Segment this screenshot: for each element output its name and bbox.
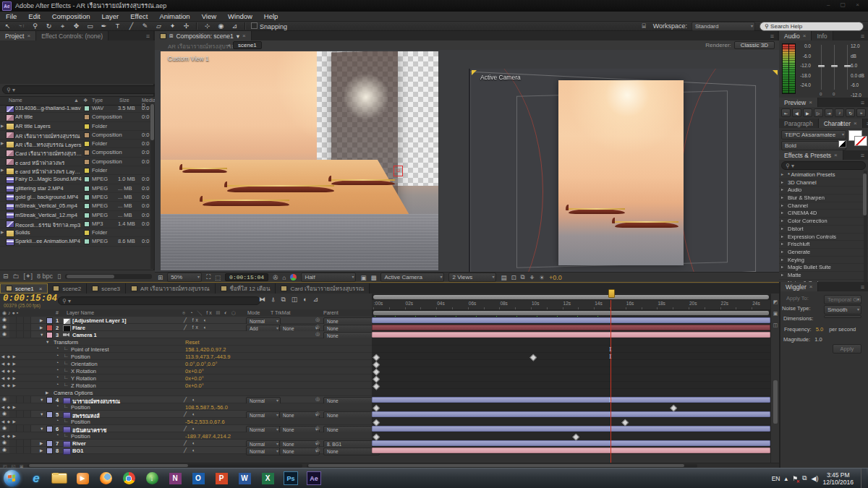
- project-bit-depth[interactable]: 8 bpc: [37, 273, 53, 280]
- effects-category[interactable]: CINEMA 4D: [779, 210, 868, 218]
- audio-toggle-cell[interactable]: [9, 425, 17, 432]
- layer-name[interactable]: Position: [71, 354, 90, 360]
- play-button[interactable]: ▶: [803, 108, 812, 117]
- window-controls[interactable]: – ▢ ×: [827, 1, 864, 8]
- audio-toggle-cell[interactable]: [9, 317, 17, 323]
- project-scrollbar-thumb[interactable]: [150, 104, 154, 140]
- eye-icon[interactable]: [2, 411, 7, 416]
- pickwhip-icon[interactable]: [315, 317, 320, 322]
- timeline-tab[interactable]: scene1: [0, 283, 48, 294]
- view-layout-dropdown[interactable]: 2 Views: [448, 273, 496, 282]
- twirl-icon[interactable]: ▶: [1, 168, 4, 172]
- unified-camera-tool[interactable]: ⌖: [58, 22, 67, 30]
- title-bar[interactable]: Ae Adobe After Effects - AR เรือนารายณ์ท…: [0, 0, 868, 12]
- graph-editor-icon[interactable]: ⊿: [313, 296, 319, 304]
- brush-tool[interactable]: ╱: [127, 22, 136, 30]
- layer-name[interactable]: Y Rotation: [71, 375, 96, 382]
- twirl-icon[interactable]: ▶: [46, 390, 48, 395]
- graph-toggle-icon[interactable]: [64, 353, 69, 358]
- flowchart-icon[interactable]: ⚘: [529, 274, 535, 281]
- twirl-icon[interactable]: ▼: [40, 412, 43, 416]
- fast-preview-icon[interactable]: ⊡: [511, 274, 516, 281]
- time-navigator[interactable]: [372, 294, 770, 300]
- twirl-icon[interactable]: ▶: [1, 124, 4, 128]
- language-indicator[interactable]: EN: [772, 475, 780, 482]
- workspace-icon[interactable]: ⌸: [639, 22, 649, 30]
- taskbar-app[interactable]: e: [25, 470, 47, 487]
- effects-category[interactable]: Blur & Sharpen: [779, 194, 868, 202]
- project-hscrollbar[interactable]: [65, 274, 152, 279]
- timeline-tab[interactable]: scene2: [48, 283, 87, 294]
- menu-item[interactable]: File: [6, 12, 17, 20]
- layer-color-chip[interactable]: [46, 317, 53, 324]
- solo-toggle-cell[interactable]: [17, 425, 24, 432]
- effects-category[interactable]: Audio: [779, 187, 868, 194]
- layer-color-chip[interactable]: [46, 332, 53, 338]
- layer-duration-bar[interactable]: [372, 426, 770, 432]
- timeline-row[interactable]: ◀ ◆ ▶ Y Rotation 0x+0.0°: [0, 374, 770, 382]
- effects-category[interactable]: * Animation Presets: [779, 171, 868, 179]
- eye-icon[interactable]: [2, 317, 7, 322]
- timeline-search-input[interactable]: ⚲ ▾: [58, 296, 260, 305]
- menu-item[interactable]: Composition: [52, 12, 90, 20]
- eraser-tool[interactable]: ▱: [154, 22, 163, 30]
- audio-toggle-cell[interactable]: [9, 396, 17, 403]
- layer-duration-track[interactable]: [372, 374, 770, 382]
- snapping-checkbox[interactable]: Snapping: [251, 22, 287, 30]
- hide-shy-icon[interactable]: ⧉: [281, 296, 285, 304]
- layer-duration-track[interactable]: [372, 382, 770, 389]
- property-value[interactable]: 0x+0.0°: [185, 368, 204, 374]
- layer-duration-track[interactable]: [372, 317, 770, 324]
- layer-name[interactable]: Point of Interest: [71, 346, 109, 353]
- layer-duration-bar[interactable]: [372, 317, 770, 323]
- type-tool[interactable]: T: [113, 22, 122, 30]
- taskbar-app[interactable]: O: [187, 470, 209, 487]
- lock-toggle-cell[interactable]: [24, 447, 31, 453]
- layer-name[interactable]: [Adjustment Layer 1]: [72, 317, 127, 324]
- timeline-row[interactable]: Point of Interest 158.1,420.0,97.2 I: [0, 346, 770, 353]
- taskbar-app[interactable]: Ae: [303, 470, 325, 487]
- taskbar-app[interactable]: W: [234, 470, 255, 487]
- audio-toggle-cell[interactable]: [9, 447, 17, 453]
- loop-button[interactable]: ↻: [846, 108, 855, 117]
- keyframe-navigator[interactable]: ◀ ◆ ▶: [1, 405, 17, 409]
- layer-switches[interactable]: ╱ fx ◐: [184, 317, 209, 323]
- roto-brush-tool[interactable]: ✦: [168, 22, 177, 30]
- pickwhip-icon[interactable]: [315, 396, 320, 402]
- world-axis-mode[interactable]: ◉: [216, 22, 226, 30]
- frequency-value[interactable]: 5.0: [816, 326, 823, 333]
- tab-info[interactable]: Info: [812, 31, 833, 40]
- zoom-tool[interactable]: ⚲: [30, 22, 40, 30]
- pickwhip-icon[interactable]: [315, 425, 320, 431]
- timeline-row[interactable]: ▼ 6 อนันตนาคราช ╱ ◐ Normal None None: [0, 425, 770, 432]
- project-item-row[interactable]: 0314036...g-thailand-1.wav WAV 3.5 MB 0:…: [0, 104, 151, 113]
- timeline-row[interactable]: ▼ Transform Reset: [0, 338, 770, 346]
- timeline-left-hscrollbar[interactable]: [27, 464, 302, 468]
- layer-name[interactable]: Position: [71, 404, 90, 411]
- workspace-dropdown[interactable]: Standard: [692, 22, 755, 31]
- menu-item[interactable]: Edit: [28, 12, 40, 20]
- twirl-icon[interactable]: ▶: [40, 325, 43, 330]
- twirl-icon[interactable]: ▼: [40, 333, 43, 337]
- layer-duration-track[interactable]: [372, 418, 770, 425]
- snapshot-icon[interactable]: ✇: [273, 274, 278, 281]
- work-area-bar[interactable]: [372, 309, 770, 317]
- hand-tool[interactable]: ☜: [17, 22, 26, 30]
- lock-toggle-cell[interactable]: [24, 317, 31, 323]
- taskbar-app[interactable]: [95, 470, 116, 487]
- camera-dropdown[interactable]: Active Camera: [380, 273, 444, 282]
- effects-category[interactable]: Keying: [779, 257, 868, 265]
- taskbar-app[interactable]: X: [257, 470, 278, 487]
- safe-margins-icon[interactable]: ⛶: [206, 273, 210, 281]
- tab-paragraph[interactable]: Paragraph: [779, 119, 819, 128]
- audio-toggle-cell[interactable]: [9, 411, 17, 417]
- rotation-tool[interactable]: ↻: [44, 22, 54, 30]
- timeline-tab[interactable]: scene3: [87, 283, 126, 294]
- audio-slider-right[interactable]: [847, 45, 848, 90]
- twirl-icon[interactable]: ▶: [1, 141, 4, 145]
- shape-tool[interactable]: ▭: [85, 22, 95, 30]
- solo-toggle-cell[interactable]: [17, 396, 24, 403]
- layer-switches[interactable]: ╱ ◐: [184, 440, 197, 446]
- project-item-row[interactable]: ▶ AR เรือ...ทรงสุบรรณ Layers Folder 0:0: [0, 140, 151, 148]
- taskbar-app[interactable]: N: [164, 470, 186, 487]
